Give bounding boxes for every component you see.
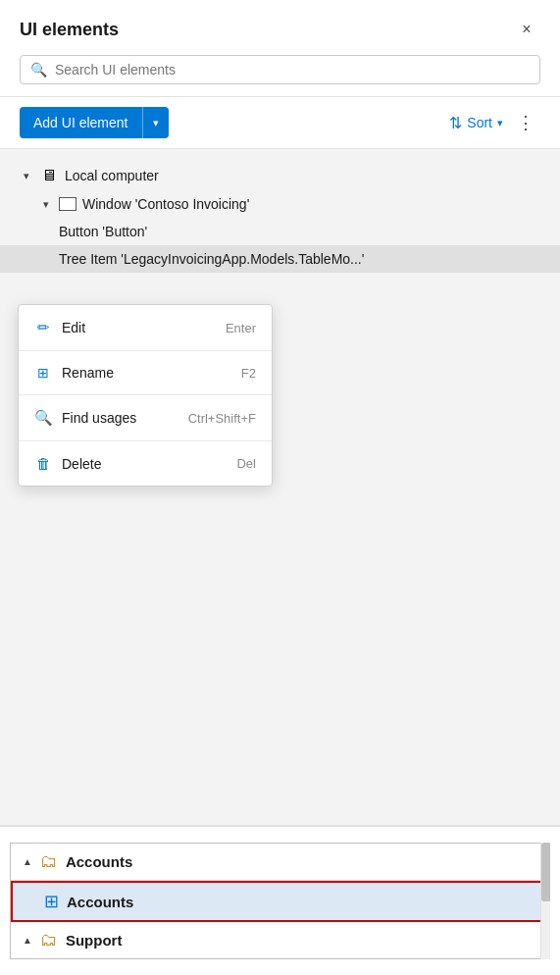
ui-elements-tree: ▾ 🖥 Local computer ▾ Window 'Contoso Inv… xyxy=(0,149,560,273)
context-menu: ✏ Edit Enter ⊞ Rename F2 🔍 Find usages xyxy=(18,304,273,487)
search-bar: 🔍 xyxy=(20,55,540,84)
scrollbar-thumb[interactable] xyxy=(541,843,550,901)
content-area: ▾ 🖥 Local computer ▾ Window 'Contoso Inv… xyxy=(0,149,560,975)
search-input[interactable] xyxy=(55,62,530,77)
table-grid: ▲ 🗂 Accounts ⊞ Accounts ▲ 🗂 Support xyxy=(10,843,550,959)
grid-icon: ⊞ xyxy=(44,891,59,912)
chevron-down-icon: ▾ xyxy=(39,198,53,211)
collapse-icon: ▲ xyxy=(23,935,32,946)
rename-label: Rename xyxy=(62,365,114,381)
table-preview-wrapper: ▲ 🗂 Accounts ⊞ Accounts ▲ 🗂 Support xyxy=(10,843,550,959)
table-row-accounts-grid[interactable]: ⊞ Accounts xyxy=(11,881,549,922)
rename-shortcut: F2 xyxy=(241,366,256,381)
tree-node-window[interactable]: ▾ Window 'Contoso Invoicing' xyxy=(0,190,560,218)
close-button[interactable]: × xyxy=(513,16,540,43)
table-row[interactable]: ▲ 🗂 Accounts xyxy=(11,844,549,881)
window-icon xyxy=(59,197,76,211)
rename-icon: ⊞ xyxy=(34,365,52,381)
panel-header: UI elements × 🔍 xyxy=(0,0,560,97)
add-ui-element-button-group: Add UI element ▾ xyxy=(20,107,169,138)
context-menu-find-usages[interactable]: 🔍 Find usages Ctrl+Shift+F xyxy=(19,399,272,436)
folder-icon: 🗂 xyxy=(40,930,58,950)
tree-node-tree-item[interactable]: Tree Item 'LegacyInvoicingApp.Models.Tab… xyxy=(0,245,560,273)
edit-shortcut: Enter xyxy=(226,321,256,335)
find-usages-icon: 🔍 xyxy=(34,409,52,427)
add-ui-element-dropdown-button[interactable]: ▾ xyxy=(143,109,169,137)
toolbar: Add UI element ▾ ⇅ Sort ▾ ⋮ xyxy=(0,97,560,149)
context-menu-divider-2 xyxy=(19,394,272,395)
context-menu-rename[interactable]: ⊞ Rename F2 xyxy=(19,355,272,390)
search-icon: 🔍 xyxy=(30,62,47,77)
context-menu-edit[interactable]: ✏ Edit Enter xyxy=(19,309,272,346)
sort-button[interactable]: ⇅ Sort ▾ xyxy=(449,114,503,132)
more-options-button[interactable]: ⋮ xyxy=(511,110,540,135)
sort-chevron-icon: ▾ xyxy=(497,117,503,129)
edit-label: Edit xyxy=(62,320,85,335)
delete-icon: 🗑 xyxy=(34,455,52,472)
toolbar-right: ⇅ Sort ▾ ⋮ xyxy=(449,110,540,135)
context-menu-divider-3 xyxy=(19,440,272,441)
find-usages-shortcut: Ctrl+Shift+F xyxy=(188,411,256,426)
table-preview: ▲ 🗂 Accounts ⊞ Accounts ▲ 🗂 Support xyxy=(0,825,560,975)
sort-label: Sort xyxy=(467,115,492,130)
scrollbar-track xyxy=(540,843,550,959)
collapse-icon: ▲ xyxy=(23,856,32,867)
panel-title: UI elements xyxy=(20,20,119,40)
edit-icon: ✏ xyxy=(34,319,52,336)
delete-label: Delete xyxy=(62,456,101,472)
sort-icon: ⇅ xyxy=(449,114,462,132)
context-menu-delete[interactable]: 🗑 Delete Del xyxy=(19,445,272,482)
ui-elements-panel: UI elements × 🔍 Add UI element ▾ ⇅ Sort … xyxy=(0,0,560,975)
context-menu-divider-1 xyxy=(19,350,272,351)
computer-icon: 🖥 xyxy=(39,167,59,184)
tree-node-local-computer[interactable]: ▾ 🖥 Local computer xyxy=(0,161,560,190)
chevron-down-icon: ▾ xyxy=(20,170,33,182)
tree-node-button[interactable]: Button 'Button' xyxy=(0,218,560,245)
folder-icon: 🗂 xyxy=(40,851,58,872)
table-row-support[interactable]: ▲ 🗂 Support xyxy=(11,922,549,958)
find-usages-label: Find usages xyxy=(62,410,136,426)
delete-shortcut: Del xyxy=(236,456,256,471)
add-ui-element-button[interactable]: Add UI element xyxy=(20,107,142,138)
